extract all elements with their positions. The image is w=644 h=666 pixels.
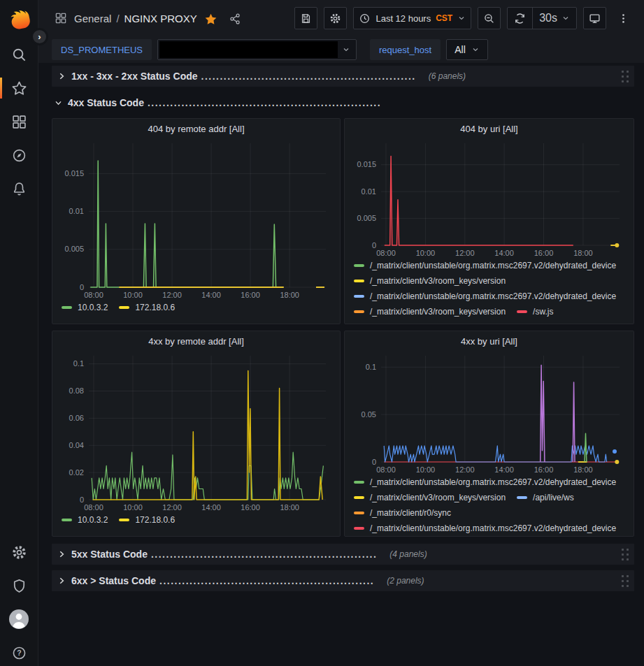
sidebar-expand-button[interactable]: ›	[31, 28, 48, 45]
legend: 10.0.3.2172.18.0.6	[58, 512, 334, 528]
dashboards-icon[interactable]	[11, 114, 27, 130]
legend-series-swatch	[354, 310, 364, 313]
legend-series-swatch	[119, 519, 129, 521]
request-host-variable-dropdown[interactable]: All	[446, 39, 488, 60]
svg-text:0.02: 0.02	[69, 468, 84, 477]
row-title: 1xx - 3xx - 2xx Status Code	[71, 71, 198, 82]
dashboard-settings-button[interactable]	[324, 7, 347, 29]
timeseries-chart[interactable]: 00.0050.010.01508:0010:0012:0014:0016:00…	[58, 138, 334, 300]
svg-text:16:00: 16:00	[241, 503, 260, 512]
legend-series-label: /_matrix/client/v3/room_keys/version	[370, 276, 506, 286]
panel-404-by-uri: 404 by uri [All] 00.0050.010.01508:0010:…	[344, 118, 634, 324]
dashboard-grid-icon[interactable]	[55, 12, 67, 24]
settings-gear-icon[interactable]	[11, 544, 27, 560]
timeseries-chart[interactable]: 00.020.040.060.080.108:0010:0012:0014:00…	[58, 350, 334, 512]
refresh-button[interactable]	[508, 8, 532, 29]
svg-text:16:00: 16:00	[534, 465, 554, 474]
time-range-picker[interactable]: Last 12 hours CST	[353, 7, 471, 29]
row-drag-handle[interactable]	[620, 68, 630, 85]
row-1xx-3xx-2xx[interactable]: 1xx - 3xx - 2xx Status Code ............…	[52, 66, 634, 87]
breadcrumb-folder[interactable]: General	[74, 13, 111, 24]
svg-text:0: 0	[80, 283, 84, 291]
panel-header[interactable]: 404 by remote addr [All]	[58, 121, 334, 138]
user-avatar[interactable]	[9, 609, 29, 629]
svg-text:10:00: 10:00	[123, 291, 143, 299]
favorite-star-icon[interactable]	[204, 13, 217, 26]
svg-text:14:00: 14:00	[201, 503, 221, 512]
svg-text:12:00: 12:00	[162, 503, 182, 512]
panel-header[interactable]: 4xx by remote addr [All]	[58, 333, 334, 350]
legend-series-label: 172.18.0.6	[135, 303, 175, 312]
row-5xx[interactable]: 5xx Status Code ........................…	[52, 544, 634, 565]
breadcrumb-separator: /	[116, 13, 119, 24]
legend-item[interactable]: /_matrix/client/unstable/org.matrix.msc2…	[354, 477, 616, 487]
more-options-kebab[interactable]	[613, 7, 634, 29]
svg-text:18:00: 18:00	[573, 249, 593, 257]
panel-header[interactable]: 404 by uri [All]	[350, 121, 628, 138]
legend-item[interactable]: 10.0.3.2	[62, 303, 108, 312]
legend-item[interactable]: 10.0.3.2	[62, 515, 108, 525]
datasource-variable-dropdown[interactable]	[157, 39, 357, 60]
legend-series-label: /sw.js	[533, 307, 553, 317]
row-panel-count: (2 panels)	[387, 576, 424, 586]
row-title: 5xx Status Code	[71, 549, 148, 560]
legend-item[interactable]: /api/live/ws	[517, 493, 574, 502]
legend-series-swatch	[354, 481, 364, 484]
panel-4xx-by-uri: 4xx by uri [All] 00.050.108:0010:0012:00…	[344, 331, 634, 537]
legend-item[interactable]: 172.18.0.6	[119, 515, 175, 525]
admin-shield-icon[interactable]	[11, 578, 27, 594]
legend-item[interactable]: /_matrix/client/r0/sync	[354, 508, 451, 518]
panel-header[interactable]: 4xx by uri [All]	[350, 333, 628, 350]
grafana-logo[interactable]	[7, 6, 31, 30]
row-panel-count: (4 panels)	[389, 549, 427, 559]
svg-text:10:00: 10:00	[416, 465, 436, 474]
legend-item[interactable]: /sw.js	[517, 307, 553, 317]
legend-series-label: /_matrix/client/unstable/org.matrix.msc2…	[370, 523, 616, 533]
legend-series-label: /_matrix/client/v3/room_keys/version	[370, 493, 506, 502]
legend-item[interactable]: /_matrix/client/v3/room_keys/version	[354, 276, 506, 286]
dashboard-variables-bar: DS_PROMETHEUS request_host All	[38, 36, 644, 63]
legend-item[interactable]: 172.18.0.6	[119, 303, 175, 312]
legend-series-swatch	[354, 280, 364, 282]
legend-series-label: /_matrix/client/v3/room_keys/version	[370, 307, 506, 317]
variable-label-request-host[interactable]: request_host	[370, 39, 441, 60]
legend-row: /_matrix/client/unstable/org.matrix.msc2…	[354, 521, 628, 536]
row-title: 6xx > Status Code	[71, 575, 156, 586]
row-drag-handle[interactable]	[620, 572, 630, 590]
svg-text:12:00: 12:00	[162, 291, 182, 299]
row-6xx[interactable]: 6xx > Status Code ......................…	[52, 570, 634, 591]
variable-label-ds-prometheus[interactable]: DS_PROMETHEUS	[52, 39, 152, 60]
legend-series-label: 172.18.0.6	[135, 515, 175, 525]
cycle-view-monitor-button[interactable]	[583, 7, 606, 29]
search-icon[interactable]	[11, 47, 27, 63]
legend-series-swatch	[119, 306, 129, 309]
svg-text:0.015: 0.015	[64, 169, 84, 178]
svg-text:0.015: 0.015	[357, 160, 376, 168]
legend: 10.0.3.2172.18.0.6	[58, 300, 334, 315]
legend-series-swatch	[354, 264, 364, 267]
svg-text:08:00: 08:00	[376, 249, 396, 257]
legend-series-label: /_matrix/client/unstable/org.matrix.msc2…	[370, 261, 616, 270]
legend-series-label: /_matrix/client/r0/sync	[370, 508, 451, 518]
row-4xx[interactable]: 4xx Status Code ........................…	[52, 92, 634, 113]
legend-series-label: 10.0.3.2	[78, 303, 108, 312]
svg-text:?: ?	[17, 649, 21, 657]
row-drag-handle[interactable]	[620, 546, 630, 563]
starred-dashboards-icon[interactable]	[11, 80, 27, 96]
alerting-bell-icon[interactable]	[11, 181, 27, 197]
refresh-interval-dropdown[interactable]: 30s	[532, 8, 576, 29]
legend-item[interactable]: /_matrix/client/unstable/org.matrix.msc2…	[354, 291, 616, 301]
svg-text:08:00: 08:00	[84, 503, 103, 512]
legend-item[interactable]: /_matrix/client/unstable/org.matrix.msc2…	[354, 261, 616, 270]
share-icon[interactable]	[229, 13, 241, 25]
save-dashboard-button[interactable]	[294, 7, 317, 29]
timeseries-chart[interactable]: 00.050.108:0010:0012:0014:0016:0018:00	[350, 350, 628, 475]
legend-item[interactable]: /_matrix/client/unstable/org.matrix.msc2…	[354, 523, 616, 533]
explore-compass-icon[interactable]	[11, 147, 27, 164]
help-icon[interactable]: ?	[11, 645, 27, 661]
timeseries-chart[interactable]: 00.0050.010.01508:0010:0012:0014:0016:00…	[350, 138, 628, 258]
legend-item[interactable]: /_matrix/client/v3/room_keys/version	[354, 493, 506, 502]
legend-item[interactable]: /_matrix/client/v3/room_keys/version	[354, 307, 506, 317]
legend-series-swatch	[62, 519, 72, 521]
zoom-out-button[interactable]	[478, 7, 501, 29]
